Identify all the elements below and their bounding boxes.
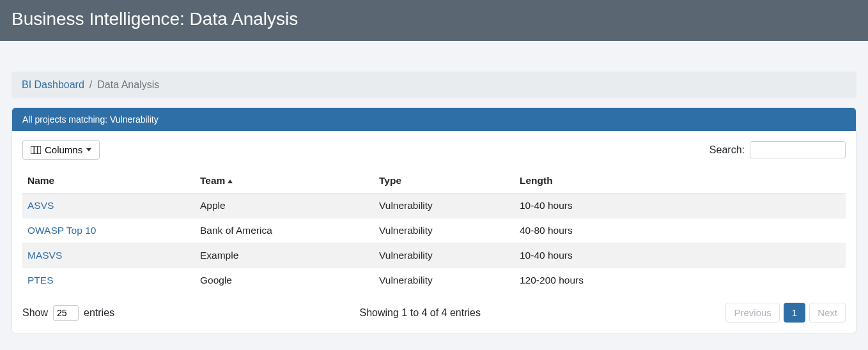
cell-length: 40-80 hours — [515, 218, 846, 243]
search-label: Search: — [709, 144, 745, 156]
breadcrumb-current: Data Analysis — [97, 79, 159, 91]
table-row: OWASP Top 10Bank of AmericaVulnerability… — [22, 218, 846, 243]
pager-page-1[interactable]: 1 — [784, 303, 805, 323]
table-footer: Show entries Showing 1 to 4 of 4 entries… — [22, 303, 846, 323]
col-header-length-label: Length — [520, 175, 553, 186]
sort-asc-icon — [228, 179, 233, 183]
col-header-type-label: Type — [379, 175, 401, 186]
cell-type: Vulnerability — [374, 194, 515, 218]
table-header-row: Name Team Type Length — [22, 169, 846, 194]
cell-team: Apple — [195, 194, 374, 218]
columns-button[interactable]: Columns — [22, 140, 100, 160]
col-header-team[interactable]: Team — [195, 169, 374, 194]
cell-team: Example — [195, 243, 374, 268]
table-row: MASVSExampleVulnerability10-40 hours — [22, 243, 846, 268]
table-info: Showing 1 to 4 of 4 entries — [360, 307, 481, 319]
table-toolbar: Columns Search: — [22, 140, 846, 160]
col-header-name-label: Name — [27, 175, 54, 186]
breadcrumb: BI Dashboard / Data Analysis — [12, 72, 856, 98]
results-card: All projects matching: Vulnerability Col… — [12, 107, 856, 333]
cell-length: 10-40 hours — [515, 194, 846, 218]
col-header-name[interactable]: Name — [22, 169, 195, 194]
search-input[interactable] — [750, 141, 846, 158]
columns-icon — [31, 146, 41, 154]
show-entries: Show entries — [22, 305, 114, 321]
table-row: PTESGoogleVulnerability120-200 hours — [22, 268, 846, 293]
project-link[interactable]: OWASP Top 10 — [27, 225, 96, 236]
card-body: Columns Search: Name Team Type Length — [12, 131, 856, 333]
col-header-length[interactable]: Length — [515, 169, 846, 194]
cell-type: Vulnerability — [374, 218, 515, 243]
app-header: Business Intelligence: Data Analysis — [0, 0, 868, 41]
table-body: ASVSAppleVulnerability10-40 hoursOWASP T… — [22, 194, 846, 293]
table-row: ASVSAppleVulnerability10-40 hours — [22, 194, 846, 218]
search-wrap: Search: — [709, 141, 846, 158]
project-link[interactable]: ASVS — [27, 200, 54, 211]
breadcrumb-separator: / — [89, 79, 92, 91]
show-entries-suffix: entries — [84, 307, 114, 319]
svg-rect-0 — [31, 146, 41, 154]
projects-table: Name Team Type Length ASVSAppleVulnerabi… — [22, 169, 846, 293]
pager: Previous 1 Next — [725, 303, 846, 323]
col-header-team-label: Team — [200, 175, 225, 186]
main-container: BI Dashboard / Data Analysis All project… — [0, 41, 868, 346]
col-header-type[interactable]: Type — [374, 169, 515, 194]
columns-button-label: Columns — [45, 144, 82, 155]
breadcrumb-root-link[interactable]: BI Dashboard — [22, 79, 84, 91]
cell-team: Bank of America — [195, 218, 374, 243]
pager-previous[interactable]: Previous — [725, 303, 779, 323]
project-link[interactable]: MASVS — [27, 250, 62, 261]
cell-length: 120-200 hours — [515, 268, 846, 293]
show-entries-prefix: Show — [22, 307, 48, 319]
entries-input[interactable] — [53, 305, 79, 321]
cell-team: Google — [195, 268, 374, 293]
cell-length: 10-40 hours — [515, 243, 846, 268]
project-link[interactable]: PTES — [27, 275, 53, 285]
pager-next[interactable]: Next — [809, 303, 846, 323]
cell-type: Vulnerability — [374, 243, 515, 268]
page-title: Business Intelligence: Data Analysis — [12, 9, 856, 29]
card-header: All projects matching: Vulnerability — [12, 108, 856, 131]
chevron-down-icon — [86, 148, 91, 151]
cell-type: Vulnerability — [374, 268, 515, 293]
